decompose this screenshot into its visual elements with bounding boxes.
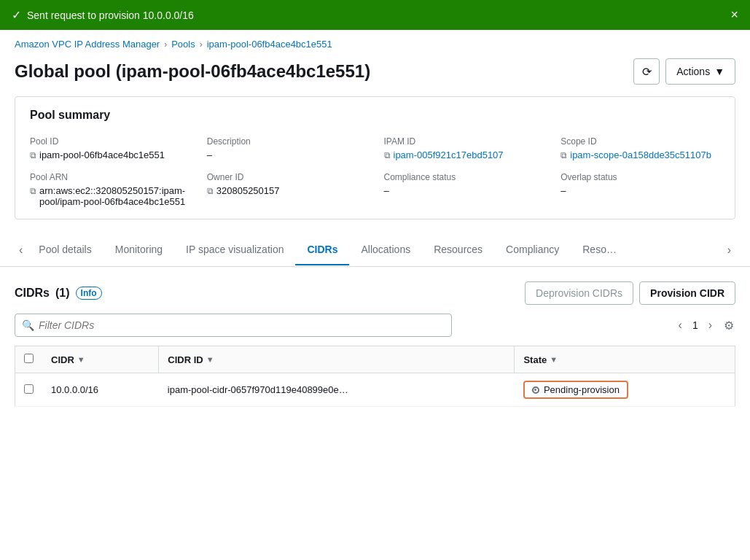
- notification-bar: ✓ Sent request to provision 10.0.0.0/16 …: [0, 0, 750, 30]
- copy-icon-pool-id[interactable]: ⧉: [30, 150, 36, 160]
- summary-grid: Pool ID ⧉ ipam-pool-06fb4ace4bc1e551 Poo…: [30, 136, 720, 207]
- row-cidr-id-cell: ipam-pool-cidr-0657f970d119e40899e0e…: [159, 373, 515, 407]
- tab-nav-prev-button[interactable]: ‹: [15, 234, 27, 266]
- actions-label: Actions: [676, 66, 710, 77]
- tab-allocations[interactable]: Allocations: [349, 235, 422, 265]
- breadcrumb-link-vpc[interactable]: Amazon VPC IP Address Manager: [15, 39, 160, 50]
- tab-nav-next-button[interactable]: ›: [723, 234, 735, 266]
- tab-ip-space-visualization[interactable]: IP space visualization: [174, 235, 295, 265]
- main-content: Amazon VPC IP Address Manager › Pools › …: [0, 30, 750, 560]
- row-checkbox-cell: [15, 373, 43, 407]
- state-dot-icon: [532, 386, 539, 394]
- field-compliance-status: Compliance status –: [384, 172, 544, 196]
- owner-id-text: 320805250157: [216, 185, 280, 196]
- refresh-button[interactable]: ⟳: [633, 58, 660, 85]
- cidrs-info-button[interactable]: Info: [76, 287, 102, 300]
- filter-bar: 🔍 ‹ 1 › ⚙: [15, 314, 735, 337]
- cidrs-section: CIDRs (1) Info Deprovision CIDRs Provisi…: [15, 281, 735, 407]
- tab-compliancy[interactable]: Compliancy: [494, 235, 571, 265]
- table-settings-button[interactable]: ⚙: [722, 317, 735, 334]
- ipam-id-text: ipam-005f921c17ebd5107: [394, 149, 504, 160]
- breadcrumb: Amazon VPC IP Address Manager › Pools › …: [0, 30, 750, 50]
- table-header-row: CIDR ▼ CIDR ID ▼ State ▼: [15, 346, 735, 373]
- field-ipam-id-label: IPAM ID: [384, 136, 544, 147]
- cidrs-table: CIDR ▼ CIDR ID ▼ State ▼: [15, 346, 735, 407]
- tabs-container: ‹ Pool details Monitoring IP space visua…: [0, 234, 750, 267]
- page-title: Global pool (ipam-pool-06fb4ace4bc1e551): [15, 61, 370, 82]
- copy-icon-scope-id[interactable]: ⧉: [560, 150, 567, 160]
- filter-input-wrapper: 🔍: [15, 314, 452, 337]
- row-cidr-id-value: ipam-pool-cidr-0657f970d119e40899e0e…: [168, 384, 348, 395]
- row-cidr-cell: 10.0.0.0/16: [42, 373, 159, 407]
- description-text: –: [207, 149, 212, 160]
- cidrs-title: CIDRs (1) Info: [15, 287, 102, 300]
- field-pool-id-value: ⧉ ipam-pool-06fb4ace4bc1e551: [30, 149, 190, 160]
- field-description-value: –: [207, 149, 367, 160]
- table-header-cidr: CIDR ▼: [42, 346, 159, 373]
- cidr-id-sort-icon[interactable]: ▼: [206, 355, 214, 364]
- tab-monitoring[interactable]: Monitoring: [103, 235, 174, 265]
- cidrs-label: CIDRs: [15, 287, 50, 300]
- select-all-checkbox[interactable]: [24, 354, 34, 363]
- pool-arn-text: arn:aws:ec2::320805250157:ipam-pool/ipam…: [39, 185, 190, 207]
- header-actions: ⟳ Actions ▼: [633, 58, 735, 85]
- breadcrumb-separator-1: ›: [164, 39, 167, 50]
- field-scope-id-value[interactable]: ⧉ ipam-scope-0a158dde35c51107b: [560, 149, 720, 160]
- pool-summary-title: Pool summary: [30, 109, 720, 122]
- field-description: Description –: [207, 136, 367, 160]
- deprovision-cidrs-button[interactable]: Deprovision CIDRs: [525, 281, 633, 305]
- page-number: 1: [692, 319, 698, 331]
- field-description-label: Description: [207, 136, 367, 147]
- breadcrumb-current: ipam-pool-06fb4ace4bc1e551: [207, 39, 332, 50]
- state-sort-icon[interactable]: ▼: [550, 355, 558, 364]
- state-col-label: State: [523, 354, 547, 365]
- summary-col-4: Scope ID ⧉ ipam-scope-0a158dde35c51107b …: [560, 136, 720, 207]
- cidrs-count: (1): [55, 287, 70, 300]
- field-overlap-status: Overlap status –: [560, 172, 720, 196]
- cidr-sort-icon[interactable]: ▼: [77, 355, 85, 364]
- tab-cidrs[interactable]: CIDRs: [295, 235, 349, 265]
- table-header-cidr-id: CIDR ID ▼: [159, 346, 515, 373]
- field-ipam-id-value[interactable]: ⧉ ipam-005f921c17ebd5107: [384, 149, 544, 160]
- cidrs-actions: Deprovision CIDRs Provision CIDR: [525, 281, 735, 305]
- filter-cidrs-input[interactable]: [15, 314, 452, 337]
- table-row: 10.0.0.0/16 ipam-pool-cidr-0657f970d119e…: [15, 373, 735, 407]
- state-dot-inner: [534, 389, 536, 391]
- notification-close-button[interactable]: ×: [730, 7, 738, 23]
- overlap-status-text: –: [560, 185, 566, 196]
- copy-icon-owner-id[interactable]: ⧉: [207, 186, 214, 196]
- tab-pool-details[interactable]: Pool details: [27, 235, 103, 265]
- page-next-button[interactable]: ›: [704, 317, 716, 333]
- field-pool-arn: Pool ARN ⧉ arn:aws:ec2::320805250157:ipa…: [30, 172, 190, 207]
- field-compliance-status-value: –: [384, 185, 544, 196]
- pool-id-text: ipam-pool-06fb4ace4bc1e551: [39, 149, 165, 160]
- field-overlap-status-value: –: [560, 185, 720, 196]
- field-pool-arn-value: ⧉ arn:aws:ec2::320805250157:ipam-pool/ip…: [30, 185, 190, 207]
- field-pool-id-label: Pool ID: [30, 136, 190, 147]
- actions-button[interactable]: Actions ▼: [665, 58, 735, 85]
- copy-icon-ipam-id[interactable]: ⧉: [384, 150, 391, 160]
- field-pool-arn-label: Pool ARN: [30, 172, 190, 182]
- table-header-checkbox: [15, 346, 43, 373]
- tab-reso[interactable]: Reso…: [571, 235, 628, 265]
- tab-resources[interactable]: Resources: [422, 235, 494, 265]
- cidrs-header: CIDRs (1) Info Deprovision CIDRs Provisi…: [15, 281, 735, 305]
- pagination: ‹ 1 › ⚙: [674, 317, 735, 334]
- summary-col-3: IPAM ID ⧉ ipam-005f921c17ebd5107 Complia…: [384, 136, 544, 207]
- field-pool-id: Pool ID ⧉ ipam-pool-06fb4ace4bc1e551: [30, 136, 190, 160]
- breadcrumb-link-pools[interactable]: Pools: [171, 39, 195, 50]
- refresh-icon: ⟳: [642, 65, 652, 79]
- page-prev-button[interactable]: ‹: [674, 317, 687, 333]
- row-checkbox[interactable]: [24, 384, 34, 394]
- field-owner-id: Owner ID ⧉ 320805250157: [207, 172, 367, 196]
- copy-icon-pool-arn[interactable]: ⧉: [30, 186, 36, 196]
- field-overlap-status-label: Overlap status: [560, 172, 720, 182]
- field-compliance-status-label: Compliance status: [384, 172, 544, 182]
- row-cidr-value: 10.0.0.0/16: [51, 384, 98, 395]
- state-badge: Pending-provision: [523, 381, 628, 399]
- field-ipam-id: IPAM ID ⧉ ipam-005f921c17ebd5107: [384, 136, 544, 160]
- page-header: Global pool (ipam-pool-06fb4ace4bc1e551)…: [0, 50, 750, 96]
- notification-message: Sent request to provision 10.0.0.0/16: [27, 9, 194, 21]
- pool-summary-card: Pool summary Pool ID ⧉ ipam-pool-06fb4ac…: [15, 96, 735, 219]
- provision-cidr-button[interactable]: Provision CIDR: [639, 281, 735, 305]
